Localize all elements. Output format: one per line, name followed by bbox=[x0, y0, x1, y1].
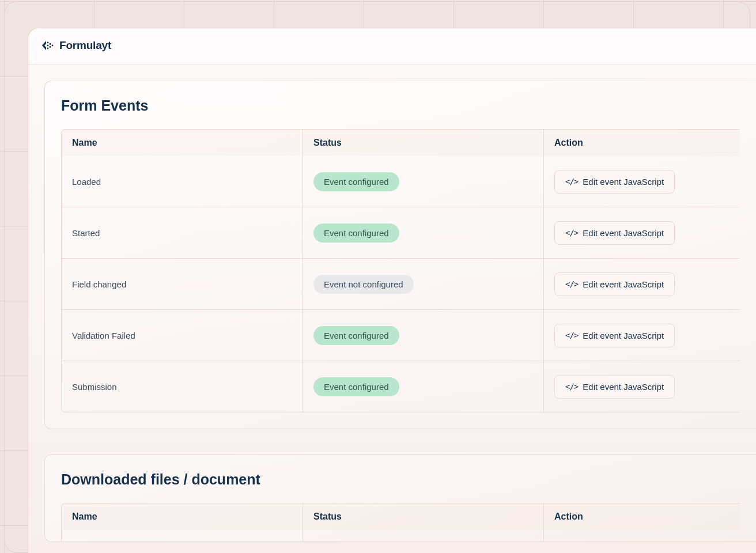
col-header-action: Action bbox=[543, 130, 740, 156]
brand-logo-icon bbox=[40, 39, 54, 52]
event-name: Validation Failed bbox=[72, 331, 135, 340]
table-header-row: Name Status Action bbox=[62, 503, 740, 530]
cell-name: Submission bbox=[62, 361, 303, 412]
table-row: SubmissionEvent configured</>Edit event … bbox=[62, 361, 740, 412]
cell-status: Event configured bbox=[303, 310, 543, 361]
svg-point-0 bbox=[47, 42, 49, 44]
cell-action: </>Edit event JavaScript bbox=[543, 310, 740, 361]
cell-name: Validation Failed bbox=[62, 310, 303, 361]
cell-action: </>Edit event JavaScript bbox=[543, 361, 740, 412]
panel-form-events: Form Events Name Status Action LoadedEve… bbox=[44, 81, 756, 429]
cell-name bbox=[62, 530, 303, 541]
event-name: Loaded bbox=[72, 177, 101, 187]
cell-status: Event not configured bbox=[303, 259, 543, 309]
event-name: Submission bbox=[72, 382, 117, 392]
svg-point-3 bbox=[50, 43, 51, 45]
svg-point-2 bbox=[47, 48, 49, 50]
event-name: Field changed bbox=[72, 279, 126, 289]
edit-event-js-button[interactable]: </>Edit event JavaScript bbox=[554, 272, 675, 296]
panel-title: Downloaded files / document bbox=[61, 471, 740, 488]
button-label: Edit event JavaScript bbox=[583, 331, 664, 340]
edit-event-js-button[interactable]: </>Edit event JavaScript bbox=[554, 170, 675, 194]
panel-title: Form Events bbox=[61, 97, 740, 114]
app-shell: Formulayt Form Events Name Status Action… bbox=[28, 28, 756, 553]
button-label: Edit event JavaScript bbox=[583, 177, 664, 187]
edit-event-js-button[interactable]: </>Edit event JavaScript bbox=[554, 221, 675, 245]
col-header-name: Name bbox=[62, 503, 303, 530]
table-row: LoadedEvent configured</>Edit event Java… bbox=[62, 156, 740, 207]
col-header-name: Name bbox=[62, 130, 303, 156]
cell-status: Event configured bbox=[303, 156, 543, 207]
cell-action: </>Edit event JavaScript bbox=[543, 156, 740, 207]
cell-action bbox=[543, 530, 740, 541]
cell-action: </>Edit event JavaScript bbox=[543, 207, 740, 258]
cell-status bbox=[303, 530, 543, 541]
table-row: StartedEvent configured</>Edit event Jav… bbox=[62, 207, 740, 258]
col-header-status: Status bbox=[303, 130, 543, 156]
table-row bbox=[62, 530, 740, 541]
events-table: Name Status Action LoadedEvent configure… bbox=[61, 129, 740, 412]
svg-point-4 bbox=[50, 46, 51, 48]
button-label: Edit event JavaScript bbox=[583, 279, 664, 289]
cell-action: </>Edit event JavaScript bbox=[543, 259, 740, 309]
button-label: Edit event JavaScript bbox=[583, 228, 664, 238]
cell-status: Event configured bbox=[303, 207, 543, 258]
cell-name: Loaded bbox=[62, 156, 303, 207]
event-name: Started bbox=[72, 228, 100, 238]
table-body: LoadedEvent configured</>Edit event Java… bbox=[62, 156, 740, 412]
status-badge: Event configured bbox=[313, 172, 399, 191]
code-icon: </> bbox=[565, 177, 578, 186]
svg-point-1 bbox=[47, 45, 49, 47]
code-icon: </> bbox=[565, 331, 578, 340]
status-badge: Event configured bbox=[313, 224, 399, 243]
cell-name: Started bbox=[62, 207, 303, 258]
downloads-table: Name Status Action bbox=[61, 503, 740, 541]
table-body bbox=[62, 530, 740, 541]
code-icon: </> bbox=[565, 382, 578, 391]
col-header-status: Status bbox=[303, 503, 543, 530]
svg-point-5 bbox=[52, 45, 54, 47]
status-badge: Event configured bbox=[313, 326, 399, 345]
panel-downloads: Downloaded files / document Name Status … bbox=[44, 454, 756, 542]
cell-name: Field changed bbox=[62, 259, 303, 309]
content-area: Form Events Name Status Action LoadedEve… bbox=[28, 65, 756, 542]
table-row: Field changedEvent not configured</>Edit… bbox=[62, 258, 740, 309]
code-icon: </> bbox=[565, 228, 578, 237]
col-header-action: Action bbox=[543, 503, 740, 530]
table-header-row: Name Status Action bbox=[62, 130, 740, 156]
cell-status: Event configured bbox=[303, 361, 543, 412]
edit-event-js-button[interactable]: </>Edit event JavaScript bbox=[554, 324, 675, 347]
topbar: Formulayt bbox=[28, 28, 756, 65]
table-row: Validation FailedEvent configured</>Edit… bbox=[62, 309, 740, 361]
status-badge: Event not configured bbox=[313, 275, 414, 294]
button-label: Edit event JavaScript bbox=[583, 382, 664, 392]
edit-event-js-button[interactable]: </>Edit event JavaScript bbox=[554, 375, 675, 399]
code-icon: </> bbox=[565, 279, 578, 289]
brand-name: Formulayt bbox=[59, 39, 111, 52]
status-badge: Event configured bbox=[313, 377, 399, 396]
